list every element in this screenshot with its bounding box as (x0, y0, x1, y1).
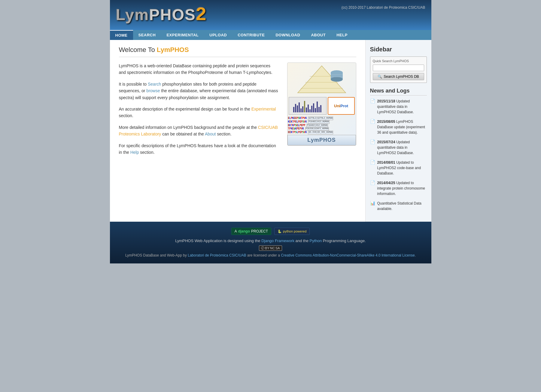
spectra-chart (289, 97, 327, 115)
link-experimental[interactable]: Experimental (251, 107, 276, 111)
svg-rect-14 (302, 106, 303, 112)
svg-rect-10 (295, 104, 296, 112)
welcome-brand: LymPHOS (157, 46, 189, 53)
table-visual: UniProt (287, 96, 356, 116)
content-area: Welcome To LymPHOS (110, 40, 431, 222)
cone-graphic (287, 63, 356, 96)
doc-icon-6: 📊 (370, 201, 375, 205)
link-help[interactable]: Help (130, 150, 139, 155)
news-item-5: 📄 2014/04/25 Updated to integrate protei… (370, 180, 427, 196)
doc-icon-3: 📄 (370, 139, 375, 144)
sidebar-title: Sidebar (370, 46, 427, 53)
nav-download[interactable]: DOWNLOAD (270, 30, 305, 40)
sidebar-panel: Sidebar Quick Search LymPHOS 🔍 Search Ly… (365, 40, 431, 222)
nav-bar: HOME SEARCH EXPERIMENTAL UPLOAD CONTRIBU… (110, 30, 431, 40)
svg-rect-15 (304, 101, 305, 112)
search-db-button[interactable]: 🔍 Search LymPHOS DB (373, 73, 424, 80)
link-python[interactable]: Python (310, 239, 322, 243)
copyright-text: (cc) 2010-2017 Laboratori de Proteomica … (342, 5, 425, 10)
nav-contribute[interactable]: CONTRIBUTE (232, 30, 270, 40)
main-content: Welcome To LymPHOS (110, 40, 365, 222)
link-browse[interactable]: browse (146, 88, 160, 93)
svg-rect-16 (306, 108, 307, 112)
quick-search-box: Quick Search LymPHOS 🔍 Search LymPHOS DB (370, 56, 427, 83)
svg-rect-20 (313, 103, 314, 112)
nav-home[interactable]: HOME (110, 30, 133, 40)
doc-icon-1: 📄 (370, 99, 375, 103)
svg-rect-12 (299, 102, 300, 112)
svg-rect-11 (297, 105, 298, 112)
django-text: django (238, 229, 250, 233)
nav-help[interactable]: HELP (331, 30, 353, 40)
logo-lym: Lym (116, 6, 149, 23)
svg-rect-24 (320, 105, 321, 112)
svg-rect-21 (315, 108, 316, 112)
svg-rect-19 (311, 106, 312, 112)
footer: A django PROJECT 🐍 python powered LymPHO… (110, 222, 431, 263)
nav-experimental[interactable]: EXPERIMENTAL (161, 30, 204, 40)
svg-point-6 (331, 77, 343, 82)
doc-icon-2: 📄 (370, 119, 375, 124)
welcome-divider (119, 57, 356, 57)
search-icon: 🔍 (378, 74, 382, 79)
logo-phos: PHOS (149, 6, 196, 23)
link-django[interactable]: Django Framework (261, 239, 294, 243)
doc-icon-5: 📄 (370, 180, 375, 185)
svg-rect-18 (309, 109, 311, 112)
footer-text-1: LymPHOS Web Application is designed usin… (116, 239, 425, 243)
link-cc[interactable]: Creative Commons Attribution-NonCommerci… (281, 253, 415, 257)
news-item-3: 📄 2015/07/24 Updated quantitative data i… (370, 139, 427, 156)
peptide-table: ELPKEEPSKTPVK Q2T9L2|Q2T9L2_HUMAN KEKTPE… (287, 116, 356, 135)
python-badge: 🐍 python powered (274, 228, 310, 235)
news-title: News and Logs (370, 88, 427, 96)
link-about[interactable]: About (205, 132, 216, 136)
news-item-6: 📊 Quantitative Statistical Data availabl… (370, 201, 427, 211)
link-search[interactable]: Search (148, 82, 161, 87)
news-item-1: 📄 2015/11/18 Updated quantitative data i… (370, 99, 427, 115)
logo-two: 2 (196, 3, 207, 24)
welcome-heading: Welcome To LymPHOS (119, 46, 356, 54)
quick-search-label: Quick Search LymPHOS (373, 59, 424, 63)
footer-license: LymPHOS DataBase and Web-App by Laborato… (116, 253, 425, 257)
svg-rect-23 (318, 107, 320, 112)
cc-badge: 🄫 BY NC SA (259, 245, 282, 251)
link-csicuab[interactable]: CSIC/UAB Proteomics Laboratory (119, 125, 278, 136)
svg-rect-17 (308, 105, 309, 112)
svg-rect-22 (317, 102, 318, 112)
quick-search-input[interactable] (373, 65, 424, 71)
nav-search[interactable]: SEARCH (133, 30, 161, 40)
header: (cc) 2010-2017 Laboratori de Proteomica … (110, 0, 431, 30)
svg-rect-13 (300, 108, 302, 112)
news-item-4: 📄 2014/08/01 Updated to LymPHOS2 code-ba… (370, 160, 427, 176)
nav-about[interactable]: ABOUT (305, 30, 331, 40)
nav-upload[interactable]: UPLOAD (204, 30, 232, 40)
django-badge: A django PROJECT (231, 228, 271, 235)
db-image-container: UniProt ELPKEEPSKTPVK Q2T9L2|Q2T9L2_HUMA… (287, 62, 356, 146)
doc-icon-4: 📄 (370, 160, 375, 165)
db-image: UniProt ELPKEEPSKTPVK Q2T9L2|Q2T9L2_HUMA… (287, 62, 356, 146)
link-lab[interactable]: Laboratori de Proteòmica CSIC/UAB (188, 253, 246, 257)
svg-rect-9 (293, 107, 294, 112)
lymphos-logo-bar: LymPHOS (287, 135, 356, 145)
news-item-2: 📄 2015/08/05 LymPHOS DataBase update (ex… (370, 119, 427, 135)
footer-logos: A django PROJECT 🐍 python powered (116, 228, 425, 235)
uniprot-badge: UniProt (328, 97, 355, 115)
